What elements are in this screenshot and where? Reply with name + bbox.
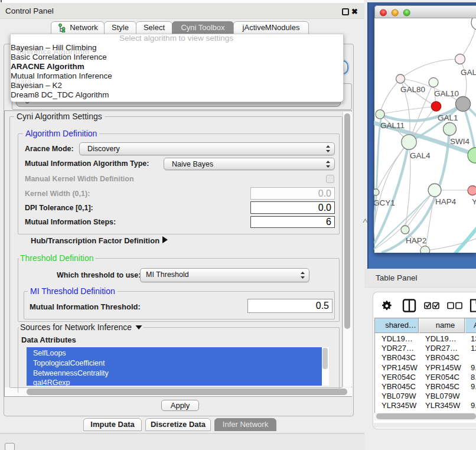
svg-text:HAP4: HAP4: [435, 197, 457, 206]
svg-text:HAP2: HAP2: [406, 236, 426, 245]
svg-text:GAL10: GAL10: [434, 89, 459, 98]
svg-text:GAL4: GAL4: [410, 151, 431, 160]
svg-text:YE: YE: [472, 197, 476, 206]
svg-text:GAL11: GAL11: [380, 121, 405, 130]
svg-text:SWI4: SWI4: [450, 137, 470, 146]
svg-text:GCY1: GCY1: [374, 198, 395, 207]
svg-text:GAL2: GAL2: [461, 68, 476, 77]
svg-text:GAL1: GAL1: [438, 113, 458, 122]
svg-text:GAL80: GAL80: [400, 85, 425, 94]
